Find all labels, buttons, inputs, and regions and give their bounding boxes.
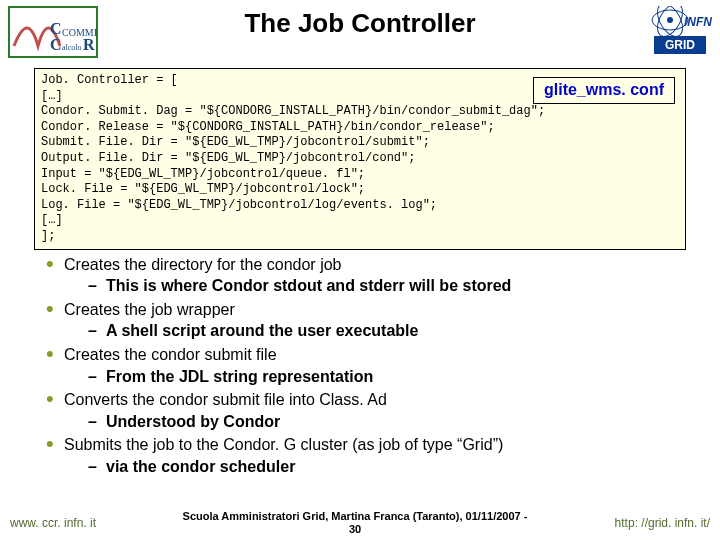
code-line: Output. File. Dir = "${EDG_WL_TMP}/jobco… [41, 151, 679, 167]
code-line: Log. File = "${EDG_WL_TMP}/jobcontrol/lo… [41, 198, 679, 214]
svg-point-9 [667, 17, 673, 23]
bullet-text: Creates the condor submit file [64, 346, 277, 363]
list-item: Creates the condor submit file From the … [46, 344, 686, 387]
footer-center: Scuola Amministratori Grid, Martina Fran… [130, 510, 580, 536]
page-title: The Job Controller [103, 6, 617, 39]
list-item: Creates the job wrapper A shell script a… [46, 299, 686, 342]
sub-bullet: This is where Condor stdout and stderr w… [88, 275, 686, 297]
svg-text:GRID: GRID [665, 38, 695, 52]
logo-right: INFN GRID [617, 6, 712, 58]
footer-page-number: 30 [349, 523, 361, 535]
bullet-list: Creates the directory for the condor job… [46, 254, 686, 478]
sub-bullet: From the JDL string representation [88, 366, 686, 388]
svg-text:R: R [83, 36, 95, 53]
list-item: Creates the directory for the condor job… [46, 254, 686, 297]
list-item: Submits the job to the Condor. G cluster… [46, 434, 686, 477]
bullet-text: Converts the condor submit file into Cla… [64, 391, 387, 408]
bullet-text: Submits the job to the Condor. G cluster… [64, 436, 503, 453]
code-line: Condor. Submit. Dag = "${CONDORG_INSTALL… [41, 104, 679, 120]
config-codebox: glite_wms. conf Job. Controller = [ […] … [34, 68, 686, 250]
config-filename-label: glite_wms. conf [533, 77, 675, 104]
code-line: Submit. File. Dir = "${EDG_WL_TMP}/jobco… [41, 135, 679, 151]
code-line: Input = "${EDG_WL_TMP}/jobcontrol/queue.… [41, 167, 679, 183]
sub-bullet: A shell script around the user executabl… [88, 320, 686, 342]
code-line: Condor. Release = "${CONDORG_INSTALL_PAT… [41, 120, 679, 136]
svg-text:INFN: INFN [684, 15, 712, 29]
sub-bullet: via the condor scheduler [88, 456, 686, 478]
list-item: Converts the condor submit file into Cla… [46, 389, 686, 432]
footer-left-link[interactable]: www. ccr. infn. it [10, 516, 130, 530]
code-line: […] [41, 213, 679, 229]
sub-bullet: Understood by Condor [88, 411, 686, 433]
footer-right-link[interactable]: http: //grid. infn. it/ [580, 516, 710, 530]
svg-text:C: C [50, 20, 62, 37]
code-line: Lock. File = "${EDG_WL_TMP}/jobcontrol/l… [41, 182, 679, 198]
bullet-text: Creates the job wrapper [64, 301, 235, 318]
code-line: ]; [41, 229, 679, 245]
svg-text:C: C [50, 36, 62, 53]
logo-left: C COMMISSIONE C alcolo R [8, 6, 103, 62]
bullet-text: Creates the directory for the condor job [64, 256, 341, 273]
footer: www. ccr. infn. it Scuola Amministratori… [0, 508, 720, 540]
footer-center-line1: Scuola Amministratori Grid, Martina Fran… [183, 510, 528, 522]
svg-text:alcolo: alcolo [62, 43, 82, 52]
